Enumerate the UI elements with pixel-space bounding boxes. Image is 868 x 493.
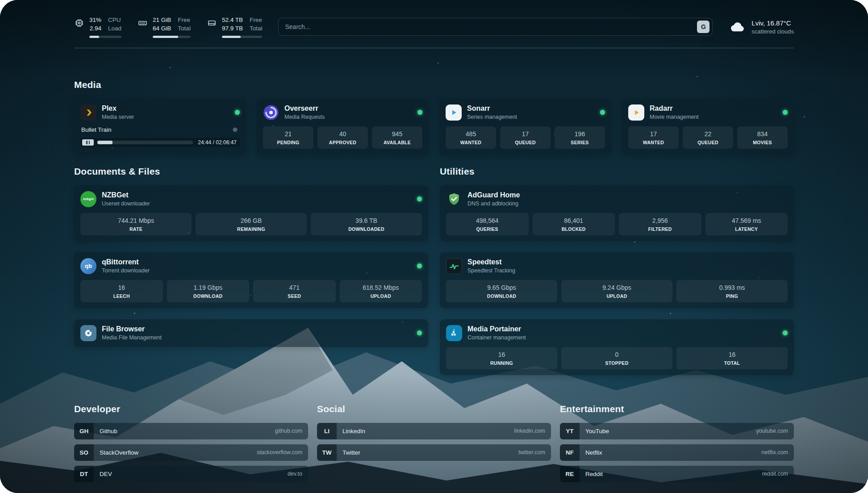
search-input[interactable] bbox=[285, 23, 697, 30]
stat-pending: 21 PENDING bbox=[263, 126, 313, 149]
bookmark-url: dev.to bbox=[288, 471, 302, 477]
bookmark-linkedin[interactable]: LI LinkedIn linkedin.com bbox=[317, 423, 551, 439]
disk-bar-fill bbox=[222, 36, 241, 38]
stat-label: REMAINING bbox=[197, 226, 305, 232]
card-header: Radarr Movie management bbox=[628, 104, 788, 121]
service-description: Series management bbox=[467, 114, 517, 120]
memory-bar-fill bbox=[153, 36, 178, 38]
stat-running: 16 RUNNING bbox=[446, 347, 557, 369]
cpu-widget: 31% 2.94 CPU Load bbox=[74, 16, 121, 38]
bookmark-github[interactable]: GH Github github.com bbox=[74, 423, 308, 439]
memory-total: 64 GiB bbox=[153, 25, 171, 33]
service-card-adguard[interactable]: AdGuard Home DNS and adblocking 498,564 … bbox=[440, 185, 794, 241]
stat-value: 618.52 Mbps bbox=[342, 284, 421, 291]
stat-download: 9.65 Gbps DOWNLOAD bbox=[446, 280, 557, 302]
service-card-plex[interactable]: Plex Media server Bullet Train bbox=[74, 99, 246, 155]
section-documents: Documents & Files nzbget NZBGet Usenet d… bbox=[74, 166, 428, 347]
service-card-nzbget[interactable]: nzbget NZBGet Usenet downloader 744.21 M… bbox=[74, 185, 428, 241]
section-title-documents: Documents & Files bbox=[74, 166, 428, 177]
status-dot bbox=[600, 110, 605, 115]
service-description: Torrent downloader bbox=[102, 267, 150, 274]
cpu-bar bbox=[89, 36, 121, 38]
service-card-filebrowser[interactable]: File Browser Media File Management bbox=[74, 319, 428, 347]
service-name: Plex bbox=[102, 104, 134, 113]
card-header: File Browser Media File Management bbox=[80, 325, 422, 341]
status-dot bbox=[417, 330, 422, 335]
service-description: Movie management bbox=[650, 114, 699, 120]
weather-widget: Lviv, 16.87°C scattered clouds bbox=[729, 18, 794, 35]
cpu-icon bbox=[74, 18, 84, 28]
section-title-utilities: Utilities bbox=[440, 166, 794, 177]
pause-button[interactable] bbox=[82, 139, 94, 146]
nzbget-icon-text: nzbget bbox=[83, 197, 94, 201]
bookmark-twitter[interactable]: TW Twitter twitter.com bbox=[317, 444, 551, 461]
service-description: Media server bbox=[102, 114, 134, 120]
stat-label: STOPPED bbox=[563, 360, 671, 366]
bookmark-stackoverflow[interactable]: SO StackOverflow stackoverflow.com bbox=[74, 444, 308, 461]
speedtest-icon bbox=[446, 258, 462, 274]
card-header: Speedtest Speedtest Tracking bbox=[446, 258, 788, 274]
bookmark-group-entertainment: Entertainment YT YouTube youtube.com NF … bbox=[560, 404, 794, 482]
disk-bar bbox=[222, 36, 263, 38]
playback-progress-track[interactable] bbox=[97, 141, 193, 144]
service-stats: 485 WANTED 17 QUEUED 196 SERIES bbox=[446, 126, 605, 149]
topbar-divider bbox=[74, 48, 794, 48]
stat-label: DOWNLOADED bbox=[313, 226, 420, 232]
stat-label: PING bbox=[678, 293, 786, 299]
service-stats: 744.21 Mbps RATE 266 GB REMAINING 39.6 T… bbox=[80, 213, 422, 235]
bookmark-youtube[interactable]: YT YouTube youtube.com bbox=[560, 423, 794, 439]
service-card-sonarr[interactable]: Sonarr Series management 485 WANTED 17 Q… bbox=[439, 99, 611, 155]
stat-value: 471 bbox=[255, 284, 334, 291]
service-card-qbittorrent[interactable]: qb qBittorrent Torrent downloader 16 bbox=[74, 252, 428, 308]
status-dot bbox=[783, 110, 788, 115]
stat-available: 945 AVAILABLE bbox=[372, 126, 422, 149]
memory-bar bbox=[153, 36, 191, 38]
service-card-speedtest[interactable]: Speedtest Speedtest Tracking 9.65 Gbps D… bbox=[440, 252, 794, 308]
bookmark-reddit[interactable]: RE Reddit reddit.com bbox=[560, 466, 794, 482]
stat-value: 16 bbox=[678, 351, 786, 358]
memory-total-label: Total bbox=[178, 25, 191, 33]
stat-label: TOTAL bbox=[678, 360, 786, 366]
service-description: Usenet downloader bbox=[102, 201, 150, 207]
settings-gear-icon[interactable] bbox=[231, 126, 239, 134]
stat-value: 1.19 Gbps bbox=[169, 284, 248, 291]
service-card-portainer[interactable]: Media Portainer Container management 16 … bbox=[440, 319, 794, 375]
bookmark-url: github.com bbox=[275, 428, 302, 434]
status-dot bbox=[417, 110, 422, 115]
filebrowser-icon bbox=[80, 325, 96, 341]
stat-value: 22 bbox=[684, 130, 731, 138]
stat-series: 196 SERIES bbox=[555, 126, 605, 149]
memory-icon bbox=[138, 18, 148, 28]
nzbget-icon: nzbget bbox=[80, 191, 96, 207]
dashboard-screen: 31% 2.94 CPU Load bbox=[0, 0, 868, 493]
weather-condition: scattered clouds bbox=[751, 28, 794, 35]
service-stats: 498,564 QUERIES 86,401 BLOCKED 2,956 FIL… bbox=[446, 213, 788, 235]
service-card-radarr[interactable]: Radarr Movie management 17 WANTED 22 QUE… bbox=[622, 99, 794, 155]
bookmark-netflix[interactable]: NF Netflix netflix.com bbox=[560, 444, 794, 461]
bookmark-abbr: LI bbox=[317, 423, 337, 439]
service-card-overseerr[interactable]: Overseerr Media Requests 21 PENDING 40 A… bbox=[257, 99, 429, 155]
search-provider-button[interactable]: G bbox=[697, 21, 709, 33]
service-stats: 9.65 Gbps DOWNLOAD 9.24 Gbps UPLOAD 0.99… bbox=[446, 280, 788, 302]
playback-progress-fill bbox=[97, 141, 113, 144]
bookmark-dev[interactable]: DT DEV dev.to bbox=[74, 466, 308, 482]
status-dot bbox=[417, 196, 422, 201]
bookmark-url: netflix.com bbox=[761, 449, 788, 455]
bookmark-name: Netflix bbox=[585, 449, 602, 456]
cpu-load: 2.94 bbox=[90, 25, 101, 33]
card-header: Overseerr Media Requests bbox=[263, 104, 422, 121]
stat-label: PENDING bbox=[265, 140, 312, 145]
section-utilities: Utilities bbox=[440, 166, 794, 375]
stat-label: AVAILABLE bbox=[374, 140, 421, 145]
status-dot bbox=[235, 110, 240, 115]
memory-widget: 21 GiB 64 GiB Free Total bbox=[138, 16, 191, 38]
bookmark-group-social: Social LI LinkedIn linkedin.com TW Twitt… bbox=[317, 404, 551, 482]
bookmark-name: StackOverflow bbox=[100, 449, 138, 456]
stat-value: 485 bbox=[447, 130, 494, 138]
stat-label: LEECH bbox=[82, 293, 161, 299]
service-description: Media Requests bbox=[284, 114, 325, 120]
bookmark-abbr: DT bbox=[74, 466, 94, 482]
stat-value: 40 bbox=[319, 130, 366, 138]
stat-label: BLOCKED bbox=[534, 226, 613, 232]
stat-value: 16 bbox=[82, 284, 161, 291]
